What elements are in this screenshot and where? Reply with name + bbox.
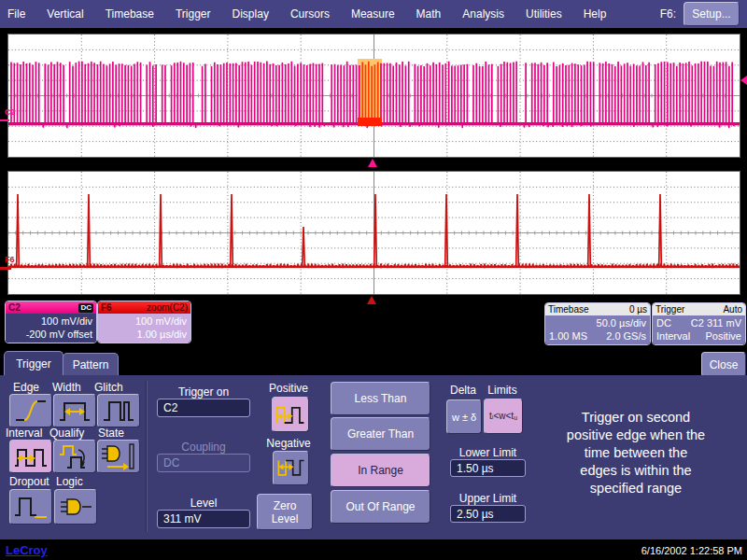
f6-descriptor-name: F6 bbox=[101, 301, 112, 314]
f6-time-per-div: 1.00 µs/div bbox=[102, 328, 187, 341]
f6-indicator-label: F6: bbox=[660, 7, 676, 21]
trigger-type-dropout-button[interactable] bbox=[9, 489, 52, 525]
dialog-section-divider bbox=[146, 381, 148, 532]
f6-trace-label: F6 bbox=[5, 255, 15, 264]
clock-timestamp: 6/16/2002 1:22:58 PM bbox=[641, 545, 742, 556]
logic-icon bbox=[57, 493, 94, 521]
trigger-time-marker-f6[interactable] bbox=[367, 296, 376, 304]
trigger-mode: Auto bbox=[723, 303, 742, 315]
trigger-title: Trigger bbox=[655, 303, 684, 315]
lower-limit-input[interactable]: 1.50 µs bbox=[450, 459, 526, 477]
lower-limit-label: Lower Limit bbox=[450, 446, 526, 459]
menu-display[interactable]: Display bbox=[233, 7, 269, 21]
timebase-rate: 2.0 GS/s bbox=[606, 329, 646, 343]
menu-cursors[interactable]: Cursors bbox=[290, 7, 330, 21]
condition-in-range-button[interactable]: In Range bbox=[331, 454, 430, 487]
type-label-logic: Logic bbox=[56, 475, 83, 488]
width-icon bbox=[56, 397, 93, 425]
interval-icon bbox=[12, 442, 49, 470]
trigger-type-logic-button[interactable] bbox=[54, 489, 97, 525]
level-label: Level bbox=[157, 497, 250, 510]
delta-mode-button[interactable]: w ± δ bbox=[446, 399, 482, 434]
trigger-type-interval-button[interactable] bbox=[9, 440, 52, 473]
timebase-samples: 1.00 MS bbox=[549, 329, 587, 343]
positive-slope-button[interactable] bbox=[272, 397, 309, 432]
f6-channel-descriptor[interactable]: F6 zoom(C2) 100 mV/div 1.00 µs/div bbox=[97, 301, 191, 343]
type-label-glitch: Glitch bbox=[94, 381, 123, 394]
timebase-descriptor[interactable]: Timebase 0 µs 50.0 µs/div 1.00 MS 2.0 GS… bbox=[544, 302, 651, 345]
trigger-type-width-button[interactable] bbox=[53, 394, 96, 427]
level-input[interactable]: 311 mV bbox=[157, 510, 250, 528]
f6-volts-per-div: 100 mV/div bbox=[102, 315, 187, 328]
c2-zero-marker bbox=[0, 119, 9, 121]
type-label-state: State bbox=[98, 427, 124, 440]
type-label-qualify: Qualify bbox=[49, 427, 84, 440]
status-bar: LeCroy 6/16/2002 1:22:58 PM bbox=[0, 541, 747, 560]
tab-pattern[interactable]: Pattern bbox=[63, 353, 119, 376]
setup-button[interactable]: Setup... bbox=[684, 2, 740, 26]
limits-mode-button[interactable]: tₗ<w<tᵤ bbox=[484, 399, 523, 434]
menu-timebase[interactable]: Timebase bbox=[106, 7, 154, 21]
type-label-width: Width bbox=[52, 381, 81, 394]
close-button[interactable]: Close bbox=[701, 352, 746, 377]
menu-bar: File Vertical Timebase Trigger Display C… bbox=[0, 0, 747, 28]
timebase-offset: 0 µs bbox=[629, 303, 647, 315]
trigger-source-level: C2 311 mV bbox=[691, 316, 741, 329]
c2-trace-label: C2 bbox=[5, 107, 16, 117]
menu-file[interactable]: File bbox=[7, 7, 25, 21]
delta-label: Delta bbox=[444, 384, 482, 397]
menu-measure[interactable]: Measure bbox=[351, 7, 395, 21]
positive-slope-icon bbox=[274, 400, 307, 428]
menu-trigger[interactable]: Trigger bbox=[176, 7, 211, 21]
menu-math[interactable]: Math bbox=[416, 7, 442, 21]
f6-zero-marker bbox=[0, 267, 11, 270]
trigger-level-marker[interactable] bbox=[740, 76, 747, 85]
tab-trigger[interactable]: Trigger bbox=[4, 351, 63, 376]
trigger-type-edge-button[interactable] bbox=[9, 394, 52, 427]
menu-utilities[interactable]: Utilities bbox=[526, 7, 562, 21]
negative-slope-button[interactable] bbox=[273, 451, 309, 485]
menu-vertical[interactable]: Vertical bbox=[47, 7, 83, 21]
upper-limit-input[interactable]: 2.50 µs bbox=[450, 505, 526, 523]
condition-less-than-button[interactable]: Less Than bbox=[331, 382, 430, 415]
coupling-label: Coupling bbox=[157, 441, 250, 454]
limits-label: Limits bbox=[483, 384, 522, 397]
trigger-on-select[interactable]: C2 bbox=[157, 399, 250, 417]
f6-descriptor-source: zoom(C2) bbox=[147, 301, 188, 314]
trigger-type: Interval bbox=[656, 329, 690, 343]
type-label-dropout: Dropout bbox=[9, 475, 49, 488]
edge-icon bbox=[12, 397, 49, 425]
trigger-time-marker-c2[interactable] bbox=[368, 159, 377, 167]
condition-out-of-range-button[interactable]: Out Of Range bbox=[331, 490, 430, 524]
f6-waveform-grid bbox=[7, 171, 740, 295]
c2-offset: -200 mV offset bbox=[9, 328, 92, 341]
trigger-description-text: Trigger on second positive edge when the… bbox=[534, 409, 738, 497]
glitch-icon bbox=[100, 397, 137, 425]
c2-volts-per-div: 100 mV/div bbox=[9, 315, 92, 328]
zero-level-button[interactable]: Zero Level bbox=[257, 494, 313, 530]
c2-waveform-grid bbox=[7, 34, 740, 158]
condition-greater-than-button[interactable]: Greater Than bbox=[331, 417, 430, 451]
trigger-type-qualify-button[interactable] bbox=[53, 440, 96, 473]
trigger-on-label: Trigger on bbox=[157, 385, 250, 399]
trigger-slope: Positive bbox=[705, 329, 741, 343]
trigger-type-state-button[interactable] bbox=[97, 440, 140, 473]
menu-analysis[interactable]: Analysis bbox=[462, 7, 504, 21]
trigger-type-glitch-button[interactable] bbox=[97, 394, 140, 427]
trigger-coupling: DC bbox=[656, 316, 671, 329]
type-label-interval: Interval bbox=[6, 427, 42, 440]
timebase-per-div: 50.0 µs/div bbox=[549, 316, 646, 329]
coupling-select: DC bbox=[157, 454, 250, 472]
c2-coupling-badge: DC bbox=[78, 303, 93, 313]
state-icon bbox=[100, 442, 137, 470]
trigger-descriptor[interactable]: Trigger Auto DC C2 311 mV Interval Posit… bbox=[652, 302, 746, 345]
oscilloscope-screen: File Vertical Timebase Trigger Display C… bbox=[0, 0, 747, 560]
positive-slope-label: Positive bbox=[268, 382, 309, 395]
dropout-icon bbox=[12, 493, 49, 521]
upper-limit-label: Upper Limit bbox=[450, 492, 526, 505]
negative-slope-label: Negative bbox=[266, 437, 311, 450]
timebase-title: Timebase bbox=[548, 303, 589, 315]
menu-help[interactable]: Help bbox=[584, 7, 607, 21]
c2-channel-descriptor[interactable]: C2 DC 100 mV/div -200 mV offset bbox=[5, 301, 97, 343]
c2-descriptor-name: C2 bbox=[8, 301, 21, 314]
